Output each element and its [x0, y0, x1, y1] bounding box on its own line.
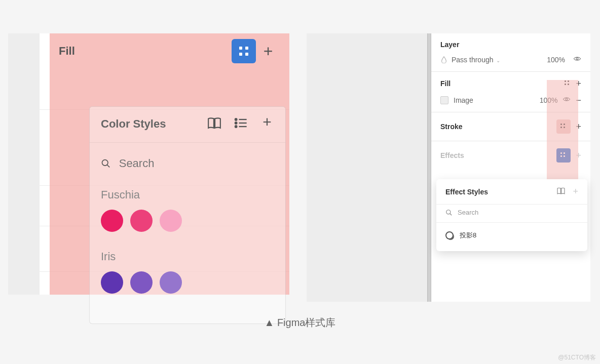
svg-point-9 [566, 98, 568, 100]
style-group-label: Fuschia [90, 179, 285, 207]
library-icon[interactable] [556, 187, 566, 196]
svg-point-6 [102, 160, 107, 166]
blend-mode-select[interactable]: Pass through ⌄ [452, 56, 543, 64]
svg-point-0 [235, 118, 237, 120]
create-effect-style-button[interactable]: + [573, 186, 578, 197]
remove-fill-button[interactable]: − [576, 96, 581, 105]
stroke-title: Stroke [440, 123, 556, 131]
effect-styles-title: Effect Styles [445, 188, 556, 196]
effect-search-placeholder: Search [458, 209, 478, 216]
blend-mode-icon [440, 56, 447, 63]
effect-styles-search[interactable]: Search [436, 204, 587, 223]
create-style-button[interactable]: + [260, 116, 274, 130]
effects-styles-button[interactable] [556, 148, 571, 163]
left-canvas-gutter [8, 33, 40, 295]
panel-resize-handle[interactable] [427, 33, 431, 302]
fill-thumbnail[interactable] [440, 96, 448, 104]
fill-section-header: Fill + [431, 72, 590, 95]
add-stroke-button[interactable]: + [576, 122, 581, 131]
grid-icon [560, 152, 567, 158]
effects-title: Effects [440, 151, 556, 159]
svg-point-2 [235, 122, 237, 124]
color-styles-search[interactable] [90, 142, 285, 179]
color-swatch[interactable] [130, 271, 153, 294]
stroke-styles-button[interactable] [556, 119, 571, 134]
left-screenshot: Fill + Color Styles + [8, 33, 289, 295]
library-icon[interactable] [207, 116, 221, 132]
style-grid-button[interactable] [232, 39, 256, 63]
search-icon [101, 158, 111, 169]
color-swatch[interactable] [160, 210, 182, 232]
color-swatch[interactable] [130, 210, 153, 232]
fill-visibility-toggle[interactable] [562, 95, 571, 105]
effect-style-label: 投影8 [460, 231, 476, 240]
search-icon [445, 209, 453, 216]
color-swatch[interactable] [160, 271, 182, 294]
effect-styles-popover: Effect Styles + Search 投影8 [436, 179, 587, 251]
color-styles-header: Color Styles + [90, 107, 285, 137]
fill-title: Fill [440, 79, 565, 88]
visibility-toggle[interactable] [573, 55, 581, 64]
style-group-label: Iris [90, 241, 285, 268]
fill-item-row: Image 100% − [431, 95, 590, 112]
grid-icon [239, 47, 248, 56]
grid-icon [565, 80, 571, 87]
swatch-row [90, 268, 285, 303]
color-styles-search-input[interactable] [119, 157, 274, 170]
effect-style-item[interactable]: 投影8 [436, 223, 587, 243]
effects-section-header: Effects + [431, 141, 590, 170]
color-swatch[interactable] [101, 210, 123, 232]
right-screenshot: Layer Pass through ⌄ 100% Fill + Image [307, 33, 590, 302]
effect-styles-header: Effect Styles + [436, 179, 587, 204]
svg-line-7 [107, 165, 109, 167]
design-panel: Layer Pass through ⌄ 100% Fill + Image [431, 33, 590, 302]
svg-point-8 [576, 58, 578, 60]
add-fill-button[interactable]: + [256, 42, 280, 61]
fill-section-header: Fill + [50, 33, 289, 69]
svg-point-4 [235, 126, 237, 128]
add-effect-button[interactable]: + [576, 150, 581, 161]
fill-styles-button[interactable] [565, 80, 571, 87]
layer-section-title: Layer [431, 33, 590, 52]
chevron-down-icon: ⌄ [496, 58, 500, 63]
color-styles-title: Color Styles [101, 117, 207, 131]
grid-icon [560, 124, 567, 130]
watermark: @51CTO博客 [558, 353, 596, 362]
layer-opacity-input[interactable]: 100% [547, 56, 565, 64]
stroke-section-header: Stroke + [431, 112, 590, 141]
svg-line-11 [450, 213, 452, 215]
layer-blend-row: Pass through ⌄ 100% [431, 52, 590, 71]
color-styles-popover: Color Styles + Fuschia [89, 106, 286, 324]
fill-title: Fill [59, 45, 232, 58]
list-icon[interactable] [234, 116, 248, 132]
figure-caption: ▲ Figma样式库 [0, 316, 600, 330]
svg-point-10 [446, 210, 451, 214]
add-fill-button[interactable]: + [576, 79, 581, 88]
fill-opacity-input[interactable]: 100% [540, 96, 558, 104]
shadow-icon [445, 231, 454, 239]
fill-type-label[interactable]: Image [454, 96, 535, 104]
color-swatch[interactable] [101, 271, 123, 294]
swatch-row [90, 207, 285, 241]
